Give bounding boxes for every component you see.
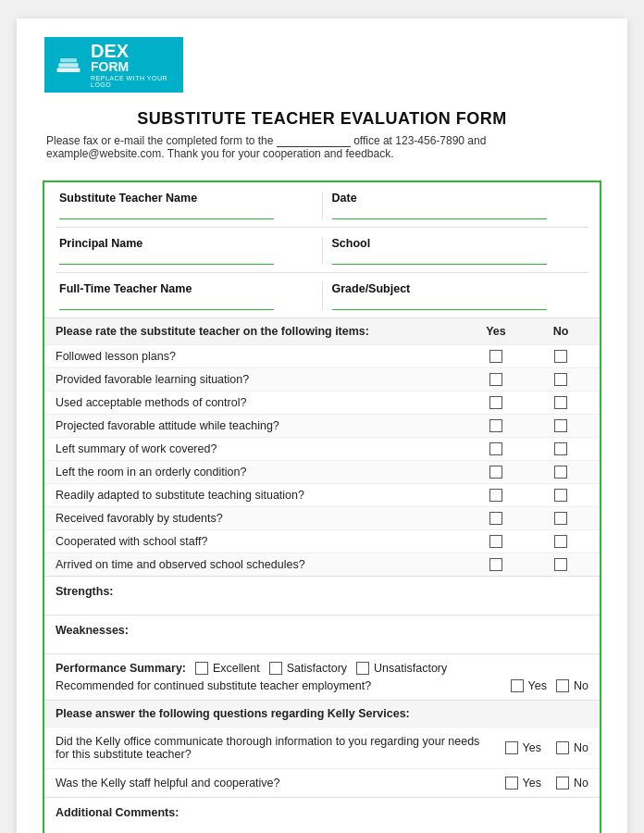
title-section: SUBSTITUTE TEACHER EVALUATION FORM Pleas… [17, 93, 627, 169]
additional-comments-label: Additional Comments: [56, 806, 179, 819]
svg-rect-1 [58, 63, 78, 67]
logo-icon [54, 50, 83, 80]
rating-header-no: No [533, 325, 588, 338]
checkbox-no-5 [533, 466, 588, 479]
principal-name-label: Principal Name [59, 237, 313, 250]
rating-item-label-3: Projected favorable attitude while teach… [56, 419, 459, 432]
rating-header: Please rate the substitute teacher on th… [44, 317, 600, 344]
checkbox-no-6 [533, 489, 588, 502]
checkbox-rec-yes[interactable] [511, 679, 524, 692]
checkbox-no-0 [533, 350, 588, 363]
kelly-yn-no-0: No [556, 741, 588, 754]
divider-v-2 [322, 237, 323, 265]
rating-item-label-6: Readily adapted to substitute teaching s… [56, 489, 459, 502]
unsatisfactory-label: Unsatisfactory [374, 662, 447, 675]
fulltime-teacher-line [59, 297, 274, 310]
checkbox-kelly-yes-0[interactable] [505, 741, 518, 754]
logo-dex: DEX [91, 42, 174, 60]
info-row-1: Substitute Teacher Name Date [56, 182, 588, 228]
checkbox-kelly-no-0[interactable] [556, 741, 569, 754]
kelly-yn-no-1: No [556, 777, 588, 789]
additional-comments-section: Additional Comments: [44, 797, 600, 833]
rating-items: Followed lesson plans? Provided favorabl… [44, 344, 600, 576]
divider-v-1 [322, 192, 323, 219]
checkbox-kelly-yes-1[interactable] [505, 777, 518, 789]
form-outer: Substitute Teacher Name Date Principal N… [43, 180, 601, 833]
checkbox-kelly-no-1[interactable] [556, 777, 569, 789]
kelly-header: Please answer the following questions re… [44, 701, 600, 727]
rating-row-6: Readily adapted to substitute teaching s… [44, 483, 600, 506]
perf-row: Performance Summary: Excellent Satisfact… [56, 662, 588, 675]
checkbox-yes-2 [459, 396, 533, 409]
fulltime-teacher-label: Full-Time Teacher Name [59, 282, 313, 295]
checkbox-yes-3 [459, 419, 533, 432]
rating-header-label: Please rate the substitute teacher on th… [56, 325, 459, 338]
strengths-section: Strengths: [44, 576, 600, 615]
rating-item-label-1: Provided favorable learning situation? [56, 373, 459, 386]
checkbox-yes-0 [459, 350, 533, 363]
rec-option-no: No [556, 679, 588, 692]
kelly-no-label-1: No [574, 777, 588, 789]
performance-summary: Performance Summary: Excellent Satisfact… [44, 653, 600, 700]
rating-row-0: Followed lesson plans? [44, 344, 600, 367]
logo-text: DEX FORM REPLACE WITH YOUR LOGO [91, 42, 174, 88]
rating-row-1: Provided favorable learning situation? [44, 367, 600, 391]
recommend-text: Recommended for continued substitute tea… [56, 679, 502, 692]
kelly-yes-label-1: Yes [523, 777, 541, 789]
rating-item-label-4: Left summary of work covered? [56, 442, 459, 455]
divider-v-3 [322, 282, 323, 310]
rec-option-yes: Yes [511, 679, 547, 692]
kelly-question-1: Was the Kelly staff helpful and cooperat… [56, 777, 490, 789]
checkbox-satisfactory[interactable] [269, 662, 282, 675]
kelly-no-label-0: No [574, 741, 588, 754]
page: DEX FORM REPLACE WITH YOUR LOGO SUBSTITU… [17, 19, 627, 833]
substitute-teacher-field: Substitute Teacher Name [59, 192, 313, 219]
perf-option-unsatisfactory: Unsatisfactory [356, 662, 447, 675]
svg-rect-0 [57, 68, 80, 72]
grade-subject-field: Grade/Subject [332, 282, 586, 310]
checkbox-no-2 [533, 396, 588, 409]
rec-no-label: No [574, 679, 588, 692]
checkbox-no-1 [533, 373, 588, 386]
excellent-label: Excellent [213, 662, 260, 675]
logo-sub: REPLACE WITH YOUR LOGO [91, 75, 174, 88]
checkbox-no-7 [533, 512, 588, 525]
checkbox-unsatisfactory[interactable] [356, 662, 369, 675]
kelly-row-1: Was the Kelly staff helpful and cooperat… [44, 768, 600, 797]
perf-label: Performance Summary: [56, 662, 186, 675]
strengths-label: Strengths: [56, 585, 114, 598]
grade-subject-label: Grade/Subject [332, 282, 586, 295]
checkbox-yes-6 [459, 489, 533, 502]
info-row-3: Full-Time Teacher Name Grade/Subject [56, 273, 588, 317]
checkbox-rec-no[interactable] [556, 679, 569, 692]
school-field: School [332, 237, 586, 265]
svg-rect-2 [60, 58, 77, 62]
date-line [332, 206, 547, 219]
checkbox-no-8 [533, 535, 588, 548]
logo-form: FORM [91, 60, 174, 73]
principal-name-line [59, 252, 274, 265]
checkbox-yes-4 [459, 442, 533, 455]
school-line [332, 252, 547, 265]
date-field: Date [332, 192, 586, 219]
checkbox-yes-9 [459, 558, 533, 571]
rating-item-label-7: Received favorably by students? [56, 512, 459, 525]
date-label: Date [332, 192, 586, 205]
grade-subject-line [332, 297, 547, 310]
checkbox-yes-8 [459, 535, 533, 548]
satisfactory-label: Satisfactory [287, 662, 347, 675]
fulltime-teacher-field: Full-Time Teacher Name [59, 282, 313, 310]
rating-row-2: Used acceptable methods of control? [44, 391, 600, 414]
info-section: Substitute Teacher Name Date Principal N… [44, 182, 600, 317]
recommend-row: Recommended for continued substitute tea… [56, 679, 588, 692]
checkbox-no-9 [533, 558, 588, 571]
weaknesses-label: Weaknesses: [56, 624, 129, 637]
rating-row-7: Received favorably by students? [44, 506, 600, 529]
rating-item-label-5: Left the room in an orderly condition? [56, 466, 459, 479]
substitute-teacher-label: Substitute Teacher Name [59, 192, 313, 205]
rating-row-9: Arrived on time and observed school sche… [44, 553, 600, 576]
rating-header-yes: Yes [459, 325, 533, 338]
checkbox-excellent[interactable] [195, 662, 208, 675]
rating-row-4: Left summary of work covered? [44, 437, 600, 460]
kelly-yn-yes-0: Yes [505, 741, 541, 754]
